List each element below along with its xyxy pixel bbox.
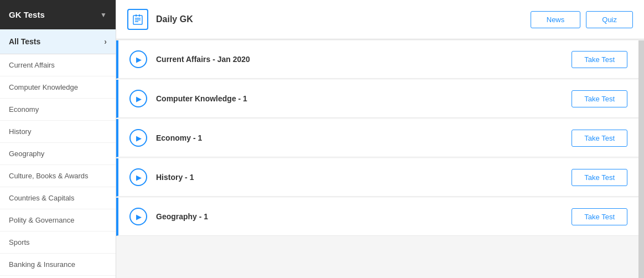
- chevron-down-icon: ▼: [100, 11, 107, 19]
- play-icon: [129, 90, 147, 107]
- test-name: Current Affairs - Jan 2020: [156, 55, 572, 64]
- take-test-button[interactable]: Take Test: [572, 169, 627, 186]
- play-icon: [129, 208, 147, 225]
- test-item: Geography - 1Take Test: [116, 198, 638, 236]
- quiz-button[interactable]: Quiz: [586, 11, 633, 28]
- test-name: History - 1: [156, 173, 572, 182]
- test-item: Current Affairs - Jan 2020Take Test: [116, 40, 638, 79]
- take-test-button[interactable]: Take Test: [572, 90, 627, 107]
- sidebar-item[interactable]: Current Affairs: [0, 54, 116, 76]
- sidebar-item[interactable]: Culture, Books & Awards: [0, 165, 116, 187]
- main-content: Daily GK News Quiz Current Affairs - Jan…: [116, 0, 644, 278]
- all-tests-row[interactable]: All Tests ›: [0, 29, 116, 54]
- sidebar-item[interactable]: Computer Knowledge: [0, 76, 116, 99]
- test-item: Economy - 1Take Test: [116, 119, 638, 157]
- test-list: Current Affairs - Jan 2020Take TestCompu…: [116, 40, 638, 278]
- daily-gk-title: Daily GK: [156, 14, 525, 24]
- test-name: Computer Knowledge - 1: [156, 94, 572, 103]
- sidebar-header[interactable]: GK Tests ▼: [0, 0, 116, 29]
- svg-rect-5: [139, 14, 140, 17]
- take-test-button[interactable]: Take Test: [572, 130, 627, 147]
- sidebar-title: GK Tests: [9, 10, 45, 19]
- arrow-right-icon: ›: [104, 37, 107, 46]
- sidebar: GK Tests ▼ All Tests › Current AffairsCo…: [0, 0, 116, 278]
- take-test-button[interactable]: Take Test: [572, 51, 627, 68]
- take-test-button[interactable]: Take Test: [572, 208, 627, 225]
- play-icon: [129, 168, 147, 186]
- sidebar-item[interactable]: Economy: [0, 99, 116, 121]
- sidebar-nav: Current AffairsComputer KnowledgeEconomy…: [0, 54, 116, 278]
- sidebar-item[interactable]: Sports: [0, 231, 116, 254]
- news-button[interactable]: News: [531, 11, 581, 28]
- daily-gk-icon: [127, 9, 148, 30]
- sidebar-item[interactable]: Geography: [0, 143, 116, 165]
- daily-gk-header: Daily GK News Quiz: [116, 0, 644, 39]
- test-name: Geography - 1: [156, 212, 572, 221]
- sidebar-item[interactable]: Polity & Governance: [0, 209, 116, 231]
- play-icon: [129, 50, 147, 68]
- sidebar-item[interactable]: History: [0, 121, 116, 143]
- test-item: History - 1Take Test: [116, 158, 638, 197]
- sidebar-item[interactable]: Countries & Capitals: [0, 187, 116, 209]
- scrollbar[interactable]: [638, 40, 644, 278]
- svg-rect-4: [136, 14, 137, 17]
- test-item: Computer Knowledge - 1Take Test: [116, 80, 638, 118]
- all-tests-label: All Tests: [9, 37, 40, 46]
- test-name: Economy - 1: [156, 133, 572, 142]
- play-icon: [129, 129, 147, 147]
- sidebar-item[interactable]: Banking & Insurance: [0, 254, 116, 276]
- test-list-wrapper: Current Affairs - Jan 2020Take TestCompu…: [116, 40, 644, 278]
